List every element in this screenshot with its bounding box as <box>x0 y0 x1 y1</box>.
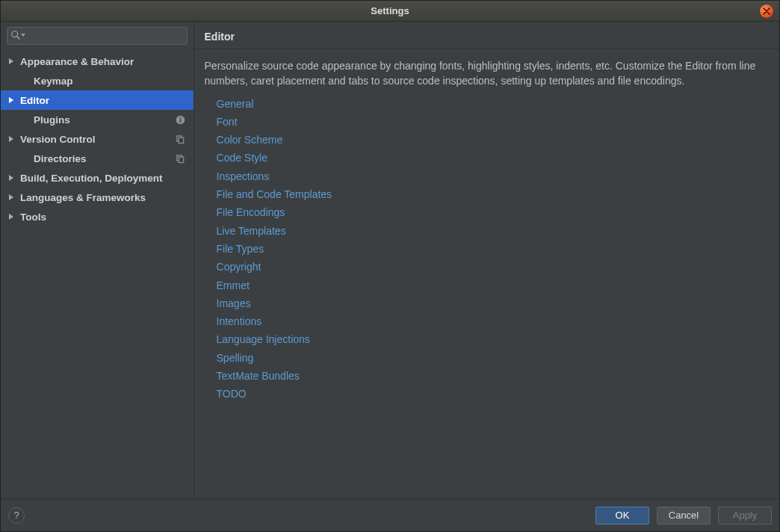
tree-item-tools[interactable]: Tools <box>1 207 194 226</box>
search-box[interactable] <box>7 27 188 45</box>
svg-rect-8 <box>179 157 184 162</box>
apply-button[interactable]: Apply <box>718 507 772 525</box>
svg-rect-3 <box>180 119 182 123</box>
editor-link-images[interactable]: Images <box>217 296 769 311</box>
sidebar: Appearance & BehaviorKeymapEditorPlugins… <box>1 22 194 498</box>
tree-item-directories[interactable]: Directories <box>1 149 194 168</box>
editor-link-font[interactable]: Font <box>217 114 769 129</box>
settings-window: Settings Appearance & BehaviorKeymapEdit… <box>0 0 780 532</box>
expand-arrow-icon <box>7 193 16 202</box>
search-input[interactable] <box>24 31 184 42</box>
editor-link-file-types[interactable]: File Types <box>217 241 769 256</box>
search-wrap <box>1 22 194 50</box>
editor-link-code-style[interactable]: Code Style <box>217 150 769 165</box>
help-button[interactable]: ? <box>8 507 25 524</box>
expand-arrow-icon <box>20 76 29 85</box>
project-scope-icon <box>176 153 186 164</box>
pane-description: Personalize source code appearance by ch… <box>205 58 769 89</box>
tree-item-languages-frameworks[interactable]: Languages & Frameworks <box>1 188 194 207</box>
editor-link-todo[interactable]: TODO <box>217 386 769 401</box>
tree-item-appearance-behavior[interactable]: Appearance & Behavior <box>1 52 194 71</box>
expand-arrow-icon <box>7 96 16 105</box>
editor-link-file-and-code-templates[interactable]: File and Code Templates <box>217 187 769 202</box>
chevron-down-icon <box>21 34 25 37</box>
project-scope-icon <box>176 134 186 144</box>
pane-title: Editor <box>194 22 779 49</box>
expand-arrow-icon <box>20 115 29 124</box>
tree-item-label: Languages & Frameworks <box>20 192 194 203</box>
info-badge-icon <box>176 114 186 125</box>
editor-link-copyright[interactable]: Copyright <box>217 259 769 274</box>
expand-arrow-icon <box>7 57 16 66</box>
tree-item-label: Tools <box>20 211 194 223</box>
tree-item-build-execution-deployment[interactable]: Build, Execution, Deployment <box>1 168 194 188</box>
pane-body: Personalize source code appearance by ch… <box>194 49 779 498</box>
editor-link-emmet[interactable]: Emmet <box>217 278 769 293</box>
editor-link-inspections[interactable]: Inspections <box>217 169 769 184</box>
close-icon <box>763 6 770 17</box>
expand-arrow-icon <box>7 173 16 182</box>
expand-arrow-icon <box>7 212 16 221</box>
editor-subpage-links: GeneralFontColor SchemeCode StyleInspect… <box>205 96 769 402</box>
editor-link-spelling[interactable]: Spelling <box>217 350 769 365</box>
svg-rect-6 <box>179 137 184 143</box>
tree-item-label: Keymap <box>34 75 194 87</box>
cancel-button[interactable]: Cancel <box>657 507 711 525</box>
tree-item-label: Build, Execution, Deployment <box>20 173 194 184</box>
tree-item-editor[interactable]: Editor <box>1 90 194 110</box>
tree-item-version-control[interactable]: Version Control <box>1 129 194 149</box>
svg-rect-4 <box>180 117 182 118</box>
editor-link-general[interactable]: General <box>217 96 769 111</box>
editor-link-color-scheme[interactable]: Color Scheme <box>217 132 769 147</box>
tree-item-label: Version Control <box>20 134 176 145</box>
right-pane: Editor Personalize source code appearanc… <box>194 22 779 498</box>
settings-tree[interactable]: Appearance & BehaviorKeymapEditorPlugins… <box>1 50 194 498</box>
content-area: Appearance & BehaviorKeymapEditorPlugins… <box>1 22 779 498</box>
help-icon: ? <box>13 510 19 521</box>
tree-item-label: Appearance & Behavior <box>20 56 194 67</box>
editor-link-textmate-bundles[interactable]: TextMate Bundles <box>217 368 769 383</box>
editor-link-live-templates[interactable]: Live Templates <box>217 223 769 238</box>
window-title: Settings <box>371 5 409 16</box>
tree-item-keymap[interactable]: Keymap <box>1 71 194 90</box>
tree-item-plugins[interactable]: Plugins <box>1 110 194 129</box>
svg-line-1 <box>17 37 20 40</box>
editor-link-file-encodings[interactable]: File Encodings <box>217 205 769 220</box>
expand-arrow-icon <box>20 154 29 163</box>
titlebar: Settings <box>1 1 779 22</box>
tree-item-label: Directories <box>34 153 176 164</box>
expand-arrow-icon <box>7 134 16 143</box>
dialog-footer: ? OK Cancel Apply <box>1 498 779 531</box>
tree-item-label: Plugins <box>34 114 176 126</box>
editor-link-intentions[interactable]: Intentions <box>217 314 769 329</box>
window-close-button[interactable] <box>760 4 773 18</box>
tree-item-label: Editor <box>20 95 194 106</box>
ok-button[interactable]: OK <box>595 507 649 525</box>
editor-link-language-injections[interactable]: Language Injections <box>217 332 769 347</box>
